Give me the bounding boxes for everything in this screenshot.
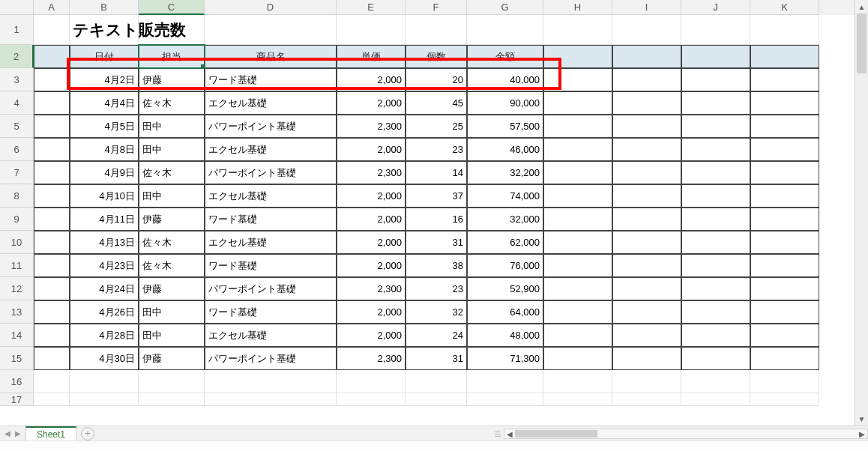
cell-I6[interactable] xyxy=(612,138,681,161)
cell-D5[interactable]: パワーポイント基礎 xyxy=(205,115,337,138)
row-header-14[interactable]: 14 xyxy=(0,324,34,347)
select-all-corner[interactable] xyxy=(0,0,34,15)
scrollbar-grip-icon[interactable] xyxy=(495,429,501,439)
cell-E6[interactable]: 2,000 xyxy=(337,138,406,161)
cell-G7[interactable]: 32,200 xyxy=(467,161,543,184)
cell-E7[interactable]: 2,300 xyxy=(337,161,406,184)
cell-C6[interactable]: 田中 xyxy=(139,138,205,161)
row-header-10[interactable]: 10 xyxy=(0,231,34,254)
cell-B8[interactable]: 4月10日 xyxy=(70,184,139,208)
cell-J10[interactable] xyxy=(681,231,750,254)
cell-C7[interactable]: 佐々木 xyxy=(139,161,205,184)
cell-D11[interactable]: ワード基礎 xyxy=(205,254,337,277)
column-header-J[interactable]: J xyxy=(681,0,750,15)
cell-G12[interactable]: 52,900 xyxy=(467,277,543,300)
cell-H5[interactable] xyxy=(543,115,612,138)
cell-K7[interactable] xyxy=(750,161,819,184)
cell-A12[interactable] xyxy=(34,277,70,300)
column-header-F[interactable]: F xyxy=(406,0,467,15)
cell-I10[interactable] xyxy=(612,231,681,254)
cell-K6[interactable] xyxy=(750,138,819,161)
cell-J12[interactable] xyxy=(681,277,750,300)
cell-C2[interactable]: 担当 xyxy=(139,45,205,68)
cell-K13[interactable] xyxy=(750,300,819,324)
cell-F1[interactable] xyxy=(406,15,467,45)
cell-A4[interactable] xyxy=(34,91,70,115)
cell-C5[interactable]: 田中 xyxy=(139,115,205,138)
cell-G3[interactable]: 40,000 xyxy=(467,68,543,91)
cell-C8[interactable]: 田中 xyxy=(139,184,205,208)
cell-C9[interactable]: 伊藤 xyxy=(139,208,205,231)
cell-B4[interactable]: 4月4日 xyxy=(70,91,139,115)
cell-A15[interactable] xyxy=(34,347,70,370)
cell-E4[interactable]: 2,000 xyxy=(337,91,406,115)
cell-E15[interactable]: 2,300 xyxy=(337,347,406,370)
column-header-D[interactable]: D xyxy=(205,0,337,15)
cell-J15[interactable] xyxy=(681,347,750,370)
cell-F13[interactable]: 32 xyxy=(406,300,467,324)
prev-sheet-icon[interactable]: ◀ xyxy=(4,429,10,438)
cell-E12[interactable]: 2,300 xyxy=(337,277,406,300)
next-sheet-icon[interactable]: ▶ xyxy=(15,429,21,438)
cell-G1[interactable] xyxy=(467,15,543,45)
cell-J6[interactable] xyxy=(681,138,750,161)
row-header-4[interactable]: 4 xyxy=(0,91,34,115)
cell-E8[interactable]: 2,000 xyxy=(337,184,406,208)
column-header-E[interactable]: E xyxy=(337,0,406,15)
cell-K8[interactable] xyxy=(750,184,819,208)
cell-F4[interactable]: 45 xyxy=(406,91,467,115)
sheet-tab-active[interactable]: Sheet1 xyxy=(25,426,76,441)
cell-H15[interactable] xyxy=(543,347,612,370)
cell-I2[interactable] xyxy=(612,45,681,68)
vertical-scroll-thumb[interactable] xyxy=(857,13,867,73)
cell-J1[interactable] xyxy=(681,15,750,45)
cell-J11[interactable] xyxy=(681,254,750,277)
cell-A8[interactable] xyxy=(34,184,70,208)
cell-I14[interactable] xyxy=(612,324,681,347)
cell-K17[interactable] xyxy=(750,393,819,406)
cell-H11[interactable] xyxy=(543,254,612,277)
cell-D16[interactable] xyxy=(205,370,337,393)
cell-J13[interactable] xyxy=(681,300,750,324)
cell-C10[interactable]: 佐々木 xyxy=(139,231,205,254)
cell-G17[interactable] xyxy=(467,393,543,406)
cell-D7[interactable]: パワーポイント基礎 xyxy=(205,161,337,184)
cell-C4[interactable]: 佐々木 xyxy=(139,91,205,115)
cell-G11[interactable]: 76,000 xyxy=(467,254,543,277)
row-header-1[interactable]: 1 xyxy=(0,15,34,45)
cell-A11[interactable] xyxy=(34,254,70,277)
scroll-left-icon[interactable]: ◀ xyxy=(504,430,515,438)
cell-J4[interactable] xyxy=(681,91,750,115)
row-header-17[interactable]: 17 xyxy=(0,393,34,406)
cell-E14[interactable]: 2,000 xyxy=(337,324,406,347)
cell-J5[interactable] xyxy=(681,115,750,138)
cell-D1[interactable] xyxy=(205,15,337,45)
cell-K5[interactable] xyxy=(750,115,819,138)
cell-A1[interactable] xyxy=(34,15,70,45)
column-header-I[interactable]: I xyxy=(612,0,681,15)
cell-G10[interactable]: 62,000 xyxy=(467,231,543,254)
cell-A9[interactable] xyxy=(34,208,70,231)
cell-H2[interactable] xyxy=(543,45,612,68)
cell-I12[interactable] xyxy=(612,277,681,300)
cell-D6[interactable]: エクセル基礎 xyxy=(205,138,337,161)
cell-D13[interactable]: ワード基礎 xyxy=(205,300,337,324)
row-header-15[interactable]: 15 xyxy=(0,347,34,370)
horizontal-scrollbar[interactable]: ◀ ▶ xyxy=(495,427,868,441)
cell-A16[interactable] xyxy=(34,370,70,393)
cell-D12[interactable]: パワーポイント基礎 xyxy=(205,277,337,300)
cell-K15[interactable] xyxy=(750,347,819,370)
cell-E2[interactable]: 単価 xyxy=(337,45,406,68)
cell-G9[interactable]: 32,000 xyxy=(467,208,543,231)
cell-E5[interactable]: 2,300 xyxy=(337,115,406,138)
cell-K14[interactable] xyxy=(750,324,819,347)
cell-H13[interactable] xyxy=(543,300,612,324)
cell-C15[interactable]: 伊藤 xyxy=(139,347,205,370)
cell-G8[interactable]: 74,000 xyxy=(467,184,543,208)
cell-H14[interactable] xyxy=(543,324,612,347)
cell-F8[interactable]: 37 xyxy=(406,184,467,208)
cell-K3[interactable] xyxy=(750,68,819,91)
column-header-G[interactable]: G xyxy=(467,0,543,15)
horizontal-scroll-thumb[interactable] xyxy=(515,430,597,438)
cell-D10[interactable]: エクセル基礎 xyxy=(205,231,337,254)
